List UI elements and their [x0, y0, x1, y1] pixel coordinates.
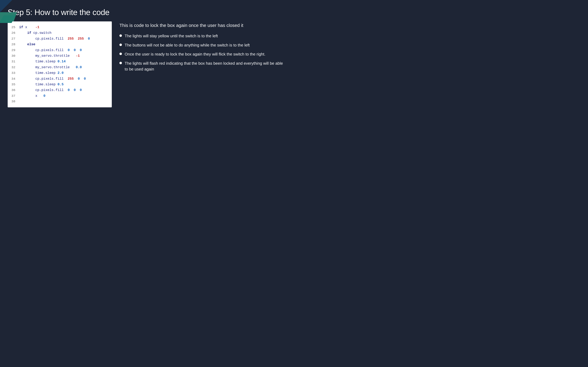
code-line-27: 27 cp.pixels.fill((255, 255, 0)): [8, 36, 112, 42]
line-num: 27: [8, 36, 18, 42]
line-num: 28: [8, 42, 18, 47]
line-num: 29: [8, 48, 18, 53]
slide-title: Step 5: How to write the code: [8, 8, 286, 17]
bullet-dot: [120, 53, 122, 55]
line-num: 32: [8, 65, 18, 70]
line-content: time.sleep(2.0): [18, 70, 112, 76]
code-line-30: 30 my_servo.throttle = -1: [8, 53, 112, 59]
code-line-28: 28 else:: [8, 42, 112, 47]
line-num: 36: [8, 87, 18, 93]
info-title: This is code to lock the box again once …: [120, 22, 286, 29]
line-num: 31: [8, 59, 18, 64]
code-line-26: 26 if cp.switch:: [8, 30, 112, 36]
bullet-text: The lights will stay yellow until the sw…: [125, 33, 286, 39]
bullet-dot: [120, 34, 122, 37]
line-content: cp.pixels.fill((0, 0, 0)): [18, 87, 112, 93]
info-panel: This is code to lock the box again once …: [120, 21, 286, 75]
line-num: 25: [8, 25, 18, 30]
code-line-31: 31 time.sleep(0.14): [8, 59, 112, 64]
bullet-list: The lights will stay yellow until the sw…: [120, 33, 286, 72]
code-panel: 25 if x == -1: 26 if cp.switch: 27 cp.pi…: [8, 21, 112, 107]
bullet-text: The lights will flash red indicating tha…: [125, 60, 286, 72]
line-num: 33: [8, 70, 18, 76]
list-item: Once the user is ready to lock the box a…: [120, 51, 286, 57]
code-line-29: 29 cp.pixels.fill((0, 0, 0)): [8, 47, 112, 53]
line-content: if x == -1:: [18, 25, 112, 30]
line-content: if cp.switch:: [18, 30, 112, 36]
list-item: The lights will stay yellow until the sw…: [120, 33, 286, 39]
list-item: The buttons will not be able to do anyth…: [120, 42, 286, 48]
bullet-dot: [120, 62, 122, 64]
code-line-38: 38: [8, 99, 112, 104]
line-content: my_servo.throttle = -1: [18, 53, 112, 59]
line-content: time.sleep(0.14): [18, 59, 112, 64]
line-content: cp.pixels.fill((255, 255, 0)): [18, 36, 112, 42]
line-content: cp.pixels.fill((255, 0, 0)): [18, 76, 112, 82]
line-content: cp.pixels.fill((0, 0, 0)): [18, 47, 112, 53]
code-line-25: 25 if x == -1:: [8, 25, 112, 30]
line-content: else:: [18, 42, 112, 47]
line-content: time.sleep(0.5): [18, 82, 112, 87]
line-num: 34: [8, 76, 18, 82]
line-num: 38: [8, 99, 18, 104]
corner-accent-decoration: [0, 0, 12, 12]
code-line-32: 32 my_servo.throttle = 0.0: [8, 65, 112, 70]
line-num: 26: [8, 30, 18, 36]
code-line-35: 35 time.sleep(0.5): [8, 82, 112, 87]
list-item: The lights will flash red indicating tha…: [120, 60, 286, 72]
line-content: my_servo.throttle = 0.0: [18, 65, 112, 70]
bullet-dot: [120, 44, 122, 46]
code-line-34: 34 cp.pixels.fill((255, 0, 0)): [8, 76, 112, 82]
code-line-33: 33 time.sleep(2.0): [8, 70, 112, 76]
slide-container: Step 5: How to write the code 25 if x ==…: [0, 0, 294, 184]
line-content: x = 0: [18, 93, 112, 99]
bullet-text: The buttons will not be able to do anyth…: [125, 42, 286, 48]
code-line-37: 37 x = 0: [8, 93, 112, 99]
code-line-36: 36 cp.pixels.fill((0, 0, 0)): [8, 87, 112, 93]
line-num: 37: [8, 93, 18, 99]
bullet-text: Once the user is ready to lock the box a…: [125, 51, 286, 57]
line-num: 35: [8, 82, 18, 87]
line-num: 30: [8, 53, 18, 59]
content-area: 25 if x == -1: 26 if cp.switch: 27 cp.pi…: [8, 21, 286, 107]
